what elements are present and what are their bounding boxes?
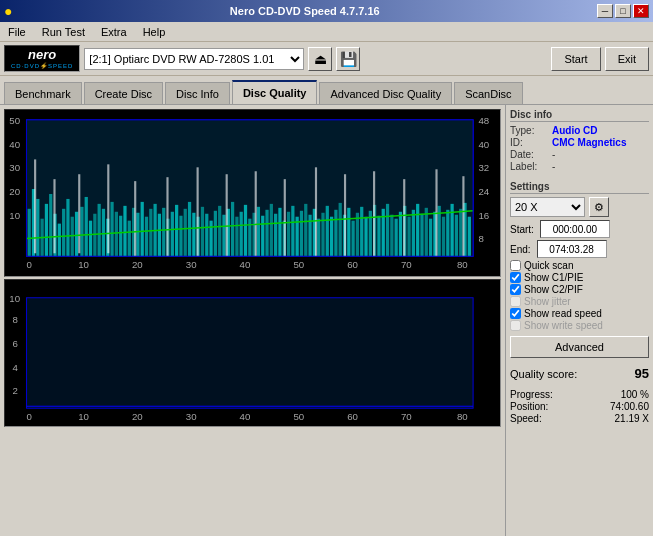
svg-text:20: 20 — [132, 412, 143, 422]
show-jitter-checkbox[interactable] — [510, 296, 521, 307]
titlebar: ● Nero CD-DVD Speed 4.7.7.16 ─ □ ✕ — [0, 0, 653, 22]
bottom-chart-svg: 10 8 6 4 2 0 10 20 30 40 50 60 70 80 — [5, 280, 500, 426]
end-input[interactable] — [537, 240, 607, 258]
svg-text:70: 70 — [401, 260, 412, 270]
speed-label: Speed: — [510, 413, 542, 424]
svg-rect-62 — [141, 202, 144, 256]
start-input[interactable] — [540, 220, 610, 238]
speed-val: 21.19 X — [615, 413, 649, 424]
bottom-chart: 10 8 6 4 2 0 10 20 30 40 50 60 70 80 — [4, 279, 501, 427]
svg-rect-85 — [240, 212, 243, 256]
svg-text:40: 40 — [478, 140, 489, 150]
disc-type-row: Type: Audio CD — [510, 125, 649, 136]
svg-rect-48 — [80, 207, 83, 256]
svg-text:30: 30 — [186, 260, 197, 270]
svg-rect-150 — [344, 174, 346, 256]
svg-rect-46 — [71, 217, 74, 257]
svg-text:50: 50 — [293, 260, 304, 270]
show-read-speed-row: Show read speed — [510, 308, 649, 319]
tab-benchmark[interactable]: Benchmark — [4, 82, 82, 104]
svg-rect-152 — [403, 179, 405, 256]
svg-text:2: 2 — [13, 387, 18, 397]
svg-rect-146 — [226, 174, 228, 256]
menu-help[interactable]: Help — [139, 24, 170, 40]
svg-rect-44 — [62, 209, 65, 256]
eject-icon-btn[interactable]: ⏏ — [308, 47, 332, 71]
svg-rect-107 — [334, 210, 337, 256]
start-button[interactable]: Start — [551, 47, 600, 71]
svg-rect-100 — [304, 204, 307, 256]
id-key: ID: — [510, 137, 548, 148]
svg-rect-55 — [110, 202, 113, 256]
top-chart: 50 40 30 20 10 48 40 32 24 16 8 0 10 20 … — [4, 109, 501, 277]
label-key: Label: — [510, 161, 548, 172]
window-title: Nero CD-DVD Speed 4.7.7.16 — [12, 5, 597, 17]
svg-rect-105 — [326, 206, 329, 256]
quality-label: Quality score: — [510, 368, 577, 380]
speed-selector[interactable]: 20 X Max 4 X 8 X 16 X 40 X 48 X — [510, 197, 585, 217]
label-val: - — [552, 161, 555, 172]
tab-advanced-disc-quality[interactable]: Advanced Disc Quality — [319, 82, 452, 104]
svg-rect-93 — [274, 214, 277, 256]
drive-selector[interactable]: [2:1] Optiarc DVD RW AD-7280S 1.01 — [84, 48, 304, 70]
svg-text:20: 20 — [9, 187, 20, 197]
menubar: File Run Test Extra Help — [0, 22, 653, 42]
svg-rect-67 — [162, 208, 165, 256]
menu-extra[interactable]: Extra — [97, 24, 131, 40]
svg-rect-97 — [291, 206, 294, 256]
menu-file[interactable]: File — [4, 24, 30, 40]
svg-text:80: 80 — [457, 260, 468, 270]
svg-rect-74 — [192, 213, 195, 256]
svg-rect-92 — [270, 204, 273, 256]
disc-date-row: Date: - — [510, 149, 649, 160]
svg-rect-141 — [78, 174, 80, 253]
svg-rect-50 — [89, 221, 92, 257]
show-c2-checkbox[interactable] — [510, 284, 521, 295]
menu-run-test[interactable]: Run Test — [38, 24, 89, 40]
show-c1-row: Show C1/PIE — [510, 272, 649, 283]
exit-button[interactable]: Exit — [605, 47, 649, 71]
svg-rect-49 — [85, 197, 88, 256]
start-row: Start: — [510, 220, 649, 238]
tab-disc-quality[interactable]: Disc Quality — [232, 80, 318, 104]
svg-rect-80 — [218, 206, 221, 256]
maximize-button[interactable]: □ — [615, 4, 631, 18]
svg-rect-58 — [123, 206, 126, 256]
svg-rect-99 — [300, 211, 303, 256]
position-row: Position: 74:00.60 — [510, 401, 649, 412]
svg-rect-128 — [425, 208, 428, 256]
svg-text:6: 6 — [13, 339, 18, 349]
app-logo: nero CD·DVD⚡SPEED — [4, 45, 80, 71]
tab-disc-info[interactable]: Disc Info — [165, 82, 230, 104]
svg-rect-120 — [390, 215, 393, 257]
svg-rect-132 — [442, 217, 445, 257]
svg-rect-76 — [201, 207, 204, 256]
close-button[interactable]: ✕ — [633, 4, 649, 18]
show-read-speed-checkbox[interactable] — [510, 308, 521, 319]
svg-rect-84 — [235, 217, 238, 257]
minimize-button[interactable]: ─ — [597, 4, 613, 18]
svg-text:30: 30 — [9, 164, 20, 174]
main-content: 50 40 30 20 10 48 40 32 24 16 8 0 10 20 … — [0, 104, 653, 536]
date-key: Date: — [510, 149, 548, 160]
advanced-button[interactable]: Advanced — [510, 336, 649, 358]
svg-text:0: 0 — [27, 412, 32, 422]
tab-scan-disc[interactable]: ScanDisc — [454, 82, 522, 104]
svg-rect-124 — [407, 217, 410, 257]
settings-icon-btn[interactable]: ⚙ — [589, 197, 609, 217]
disc-label-row: Label: - — [510, 161, 649, 172]
show-c1-checkbox[interactable] — [510, 272, 521, 283]
speed-row-progress: Speed: 21.19 X — [510, 413, 649, 424]
svg-rect-151 — [373, 171, 375, 256]
show-write-speed-checkbox[interactable] — [510, 320, 521, 331]
show-c1-label: Show C1/PIE — [524, 272, 583, 283]
svg-rect-78 — [209, 221, 212, 257]
quality-score-row: Quality score: 95 — [510, 366, 649, 381]
right-panel: Disc info Type: Audio CD ID: CMC Magneti… — [505, 105, 653, 536]
toolbar: nero CD·DVD⚡SPEED [2:1] Optiarc DVD RW A… — [0, 42, 653, 76]
quick-scan-checkbox[interactable] — [510, 260, 521, 271]
save-icon-btn[interactable]: 💾 — [336, 47, 360, 71]
tab-create-disc[interactable]: Create Disc — [84, 82, 163, 104]
svg-rect-41 — [49, 194, 52, 256]
svg-rect-125 — [412, 210, 415, 256]
